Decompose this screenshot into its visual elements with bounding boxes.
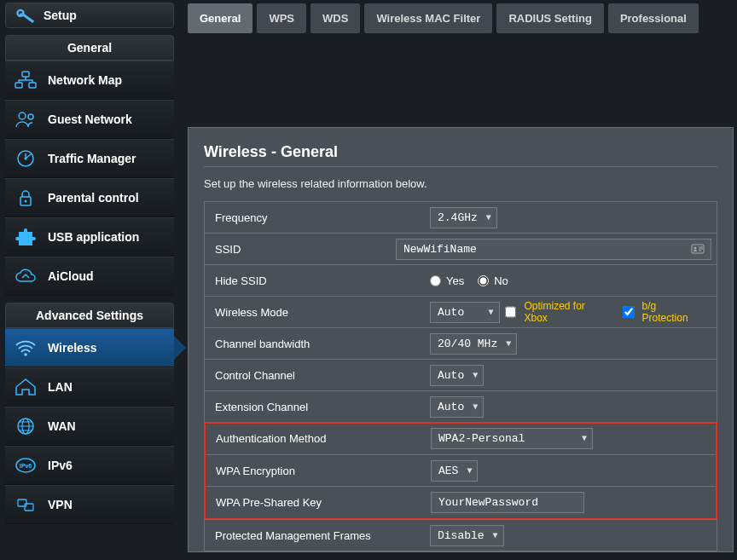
tab-professional[interactable]: Professional [608, 3, 699, 33]
ipv6-icon: IPv6 [14, 455, 38, 476]
wpa-encryption-label: WPA Encryption [206, 465, 426, 477]
guest-network-icon [14, 109, 38, 130]
sidebar-item-label: VPN [48, 498, 73, 511]
pmf-select[interactable]: Disable [430, 525, 504, 546]
tab-bar: General WPS WDS Wireless MAC Filter RADI… [188, 3, 734, 33]
hide-ssid-no-radio[interactable] [478, 275, 489, 286]
control-channel-label: Control Channel [205, 369, 425, 382]
tab-general[interactable]: General [188, 3, 252, 33]
svg-point-4 [19, 113, 26, 119]
sidebar-item-lan[interactable]: LAN [5, 367, 174, 407]
svg-text:IPv6: IPv6 [20, 463, 32, 469]
control-channel-select[interactable]: Auto [430, 365, 484, 386]
svg-point-18 [693, 246, 696, 249]
auth-highlight-box: Authentication Method WPA2-Personal WPA … [204, 422, 717, 520]
svg-rect-2 [15, 83, 22, 88]
wireless-mode-select[interactable]: Auto [430, 302, 500, 323]
sidebar-item-label: Parental control [48, 191, 139, 205]
network-map-icon [14, 70, 38, 90]
ssid-label: SSID [205, 243, 391, 256]
psk-input[interactable] [431, 492, 584, 513]
channel-bandwidth-label: Channel bandwidth [205, 338, 425, 350]
bg-protection-label: b/g Protection [642, 300, 705, 324]
cloud-icon [14, 266, 38, 286]
sidebar-item-label: Guest Network [48, 113, 132, 126]
psk-label: WPA Pre-Shared Key [206, 496, 426, 509]
sidebar-item-parental-control[interactable]: Parental control [5, 178, 174, 217]
panel-description: Set up the wireless related information … [204, 177, 717, 190]
hide-ssid-no-label: No [494, 274, 508, 287]
wan-icon [14, 416, 38, 436]
optimized-xbox-checkbox[interactable] [505, 306, 517, 318]
pmf-label: Protected Management Frames [205, 529, 425, 542]
traffic-manager-icon [14, 148, 38, 169]
svg-point-7 [25, 158, 27, 160]
svg-rect-3 [29, 83, 36, 88]
svg-rect-1 [22, 72, 29, 77]
extension-channel-select[interactable]: Auto [430, 396, 484, 418]
sidebar-item-vpn[interactable]: VPN [5, 485, 174, 524]
tab-wps[interactable]: WPS [257, 3, 306, 33]
section-header-general: General [5, 35, 174, 61]
setup-item[interactable]: Setup [5, 3, 174, 28]
sidebar-item-network-map[interactable]: Network Map [5, 61, 174, 100]
channel-bandwidth-select[interactable]: 20/40 MHz [430, 333, 517, 355]
hide-ssid-label: Hide SSID [205, 274, 425, 287]
bg-protection-checkbox[interactable] [623, 306, 635, 318]
hide-ssid-yes-radio[interactable] [430, 275, 441, 286]
sidebar-item-aicloud[interactable]: AiCloud [5, 257, 174, 296]
contact-card-icon[interactable] [691, 243, 705, 255]
optimized-xbox-label: Optimized for Xbox [524, 300, 610, 324]
tab-wds[interactable]: WDS [310, 3, 360, 33]
wrench-icon [15, 7, 35, 24]
sidebar-item-label: WAN [48, 419, 76, 433]
extension-channel-label: Extension Channel [205, 401, 425, 413]
sidebar-item-label: AiCloud [48, 269, 94, 283]
tab-radius[interactable]: RADIUS Setting [496, 3, 604, 33]
svg-point-9 [25, 200, 27, 203]
sidebar-item-label: Traffic Manager [48, 152, 136, 165]
setup-label: Setup [44, 9, 77, 22]
wireless-general-panel: Wireless - General Set up the wireless r… [188, 127, 734, 552]
wpa-encryption-select[interactable]: AES [431, 460, 478, 482]
sidebar-item-traffic-manager[interactable]: Traffic Manager [5, 139, 174, 178]
frequency-label: Frequency [205, 211, 425, 224]
sidebar-item-ipv6[interactable]: IPv6 IPv6 [5, 446, 174, 485]
svg-point-0 [18, 10, 24, 16]
sidebar-item-guest-network[interactable]: Guest Network [5, 100, 174, 139]
tab-mac-filter[interactable]: Wireless MAC Filter [364, 3, 492, 33]
lock-icon [14, 188, 38, 208]
sidebar-item-usb-application[interactable]: USB application [5, 217, 174, 257]
hide-ssid-yes-label: Yes [446, 274, 464, 287]
svg-point-10 [24, 353, 27, 356]
wireless-icon [14, 338, 38, 358]
sidebar-item-wan[interactable]: WAN [5, 407, 174, 446]
puzzle-icon [14, 227, 38, 247]
sidebar-item-label: USB application [48, 230, 139, 244]
sidebar-item-label: LAN [48, 380, 73, 394]
auth-method-label: Authentication Method [206, 432, 426, 445]
sidebar-item-label: Network Map [48, 73, 122, 87]
vpn-icon [14, 494, 38, 515]
lan-icon [14, 377, 38, 397]
sidebar-item-label: Wireless [48, 341, 96, 355]
svg-point-5 [28, 114, 33, 119]
section-header-advanced: Advanced Settings [5, 303, 174, 328]
panel-title: Wireless - General [204, 143, 717, 161]
wireless-mode-label: Wireless Mode [205, 306, 425, 319]
ssid-input[interactable] [396, 239, 711, 260]
frequency-select[interactable]: 2.4GHz [430, 207, 497, 228]
sidebar-item-wireless[interactable]: Wireless [5, 328, 174, 367]
sidebar-item-label: IPv6 [48, 459, 73, 472]
auth-method-select[interactable]: WPA2-Personal [431, 428, 593, 449]
